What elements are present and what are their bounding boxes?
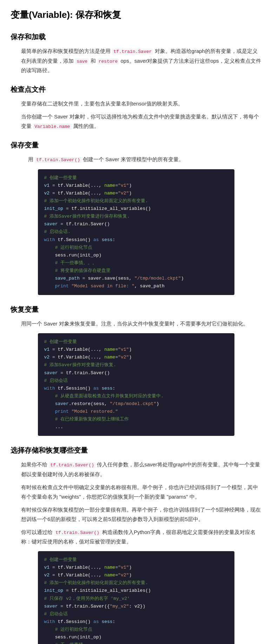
code-block-3: # 创建一些变量 v1 = tf.Variable(..., name="v1"… — [38, 551, 234, 644]
section-restore-var: 恢复变量 用同一个 Saver 对象来恢复变量。注意，当你从文件中恢复变量时，不… — [11, 303, 261, 436]
para-checkpoint-1: 变量存储在二进制文件里，主要包含从变量名到tensor值的映射关系。 — [21, 99, 261, 108]
inline-code-varname: Variable.name — [33, 124, 71, 130]
para-select-2: 有时候在检查点文件中明确定义变量的名称很有用。举个例子，你也许已经训练得到了一个… — [21, 482, 261, 501]
inline-code-2: save — [75, 59, 89, 64]
inline-code-saver: tf.train.Saver() — [35, 157, 81, 163]
inline-code-select1: tf.train.Saver() — [49, 462, 95, 468]
section-title-select-var: 选择存储和恢复哪些变量 — [11, 444, 261, 456]
inline-code-1: tf.train.Saver — [112, 49, 153, 55]
code-block-2-wrapper: # 创建一些变量 v1 = tf.Variable(..., name="v1"… — [38, 333, 234, 436]
code-block-1: # 创建一些变量 v1 = tf.Variable(..., name="v1"… — [38, 169, 234, 295]
para-save-load-1: 最简单的保存和恢复模型的方法是使用 tf.train.Saver 对象。构造器给… — [21, 46, 261, 75]
para-select-4: 你可以通过给 tf.train.Saver() 构造函数传入Python字典，很… — [21, 527, 261, 546]
inline-code-3: restore — [97, 59, 119, 64]
code-block-3-wrapper: # 创建一些变量 v1 = tf.Variable(..., name="v1"… — [38, 551, 234, 644]
section-checkpoint: 检查点文件 变量存储在二进制文件里，主要包含从变量名到tensor值的映射关系。… — [11, 83, 261, 131]
inline-code-select4: tf.train.Saver() — [54, 530, 101, 536]
code-block-2: # 创建一些变量 v1 = tf.Variable(..., name="v1"… — [38, 333, 234, 436]
section-title-restore-var: 恢复变量 — [11, 303, 261, 315]
code-block-1-wrapper: # 创建一些变量 v1 = tf.Variable(..., name="v1"… — [38, 169, 234, 295]
section-save-load: 保存和加载 最简单的保存和恢复模型的方法是使用 tf.train.Saver 对… — [11, 31, 261, 75]
main-title: 变量(Variable): 保存和恢复 — [11, 7, 261, 22]
save-var-intro: 用 tf.train.Saver() 创建一个 Saver 来管理模型中的所有变… — [28, 155, 261, 164]
section-title-checkpoint: 检查点文件 — [11, 83, 261, 95]
section-save-var: 保存变量 用 tf.train.Saver() 创建一个 Saver 来管理模型… — [11, 139, 261, 295]
section-title-save-var: 保存变量 — [11, 139, 261, 151]
para-select-3: 有时候仅保存和恢复模型的一部分变量很有用。再举个例子，你也许训练得到了一个5层神… — [21, 505, 261, 524]
para-checkpoint-2: 当你创建一个 Saver 对象时，你可以选择性地为检查点文件中的变量挑选变量名。… — [21, 112, 261, 131]
para-select-1: 如果你不给 tf.train.Saver() 传入任何参数，那么saver将处理… — [21, 460, 261, 479]
page-container: 变量(Variable): 保存和恢复 保存和加载 最简单的保存和恢复模型的方法… — [0, 0, 272, 644]
restore-var-intro: 用同一个 Saver 对象来恢复变量。注意，当你从文件中恢复变量时，不需要事先对… — [21, 319, 261, 328]
section-select-var: 选择存储和恢复哪些变量 如果你不给 tf.train.Saver() 传入任何参… — [11, 444, 261, 644]
section-title-save-load: 保存和加载 — [11, 31, 261, 43]
